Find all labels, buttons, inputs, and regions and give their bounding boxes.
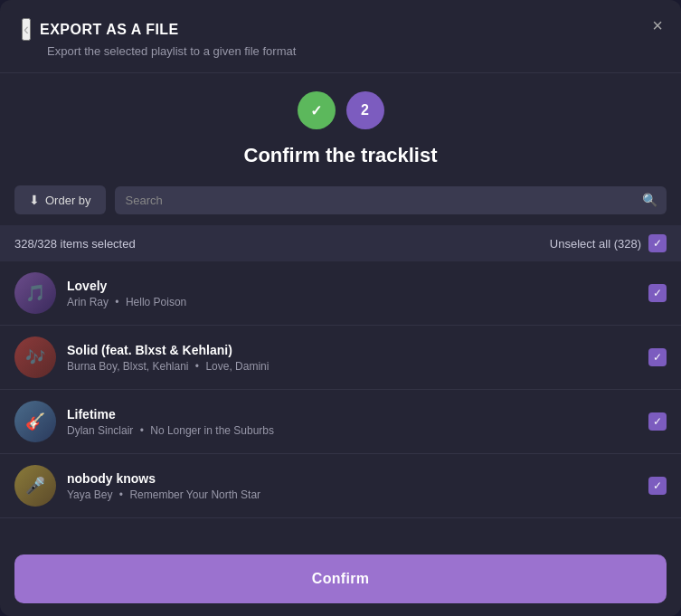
track-artist: Burna Boy, Blxst, Kehlani xyxy=(67,360,189,373)
steps-container: ✓ 2 xyxy=(0,73,681,144)
close-button[interactable]: × xyxy=(652,16,663,34)
selection-count: 328/328 items selected xyxy=(14,237,136,251)
track-avatar-emoji: 🎤 xyxy=(25,476,45,496)
track-name: nobody knows xyxy=(67,471,638,486)
track-album: No Longer in the Suburbs xyxy=(150,424,274,437)
unselect-all-button[interactable]: Unselect all (328) ✓ xyxy=(550,234,667,252)
back-button[interactable]: ‹ xyxy=(22,18,31,41)
track-checkbox[interactable]: ✓ xyxy=(648,348,667,366)
step-1-label: ✓ xyxy=(310,102,322,119)
track-avatar: 🎤 xyxy=(14,465,56,507)
track-name: Lifetime xyxy=(67,407,638,422)
track-artist: Arin Ray xyxy=(67,296,109,308)
order-by-button[interactable]: ⬇ Order by xyxy=(14,185,106,214)
track-name: Lovely xyxy=(67,279,638,293)
search-input[interactable] xyxy=(115,186,667,214)
modal-header: ‹ EXPORT AS A FILE Export the selected p… xyxy=(0,0,681,73)
toolbar: ⬇ Order by 🔍 xyxy=(0,185,681,225)
track-dot: • xyxy=(140,424,144,437)
confirm-button[interactable]: Confirm xyxy=(14,554,667,603)
track-checkbox[interactable]: ✓ xyxy=(648,412,667,431)
track-avatar-emoji: 🎸 xyxy=(25,412,45,431)
track-info: nobody knows Yaya Bey • Remember Your No… xyxy=(67,471,638,501)
track-meta: Yaya Bey • Remember Your North Star xyxy=(67,488,638,501)
track-avatar-emoji: 🎶 xyxy=(25,347,45,367)
search-icon: 🔍 xyxy=(642,193,657,207)
track-dot: • xyxy=(115,296,118,308)
track-artist: Yaya Bey xyxy=(67,488,112,501)
export-modal: ‹ EXPORT AS A FILE Export the selected p… xyxy=(0,0,681,616)
step-1: ✓ xyxy=(298,91,336,129)
track-avatar: 🎸 xyxy=(14,401,56,442)
track-info: Lovely Arin Ray • Hello Poison xyxy=(67,279,638,308)
step-2: 2 xyxy=(346,91,384,129)
track-meta: Arin Ray • Hello Poison xyxy=(67,296,638,308)
modal-title: EXPORT AS A FILE xyxy=(40,22,179,38)
selection-bar: 328/328 items selected Unselect all (328… xyxy=(0,225,681,261)
track-item: 🎤 nobody knows Yaya Bey • Remember Your … xyxy=(0,454,681,518)
unselect-all-label: Unselect all (328) xyxy=(550,237,641,251)
track-meta: Dylan Sinclair • No Longer in the Suburb… xyxy=(67,424,638,437)
modal-subtitle: Export the selected playlist to a given … xyxy=(47,44,659,58)
section-title: Confirm the tracklist xyxy=(0,144,681,185)
search-container: 🔍 xyxy=(115,186,667,214)
track-album: Remember Your North Star xyxy=(129,488,260,501)
track-avatar: 🎵 xyxy=(14,272,56,314)
track-dot: • xyxy=(119,488,123,501)
track-item: 🎵 Lovely Arin Ray • Hello Poison ✓ xyxy=(0,261,681,326)
step-2-label: 2 xyxy=(361,102,369,118)
unselect-all-checkbox[interactable]: ✓ xyxy=(648,234,667,252)
track-album: Love, Damini xyxy=(205,360,269,373)
track-meta: Burna Boy, Blxst, Kehlani • Love, Damini xyxy=(67,360,638,373)
track-artist: Dylan Sinclair xyxy=(67,424,133,437)
track-avatar: 🎶 xyxy=(14,336,56,378)
track-album: Hello Poison xyxy=(126,296,186,308)
order-by-label: Order by xyxy=(45,194,91,207)
track-item: 🎶 Solid (feat. Blxst & Kehlani) Burna Bo… xyxy=(0,326,681,390)
track-list: 🎵 Lovely Arin Ray • Hello Poison ✓ 🎶 Sol… xyxy=(0,261,681,542)
back-icon: ‹ xyxy=(24,20,29,39)
track-checkbox[interactable]: ✓ xyxy=(648,477,667,495)
track-info: Lifetime Dylan Sinclair • No Longer in t… xyxy=(67,407,638,437)
track-dot: • xyxy=(195,360,199,373)
track-avatar-emoji: 🎵 xyxy=(25,283,45,303)
track-name: Solid (feat. Blxst & Kehlani) xyxy=(67,343,638,357)
track-info: Solid (feat. Blxst & Kehlani) Burna Boy,… xyxy=(67,343,638,373)
order-arrow-icon: ⬇ xyxy=(29,193,40,207)
track-item: 🎸 Lifetime Dylan Sinclair • No Longer in… xyxy=(0,390,681,454)
track-checkbox[interactable]: ✓ xyxy=(648,284,667,302)
